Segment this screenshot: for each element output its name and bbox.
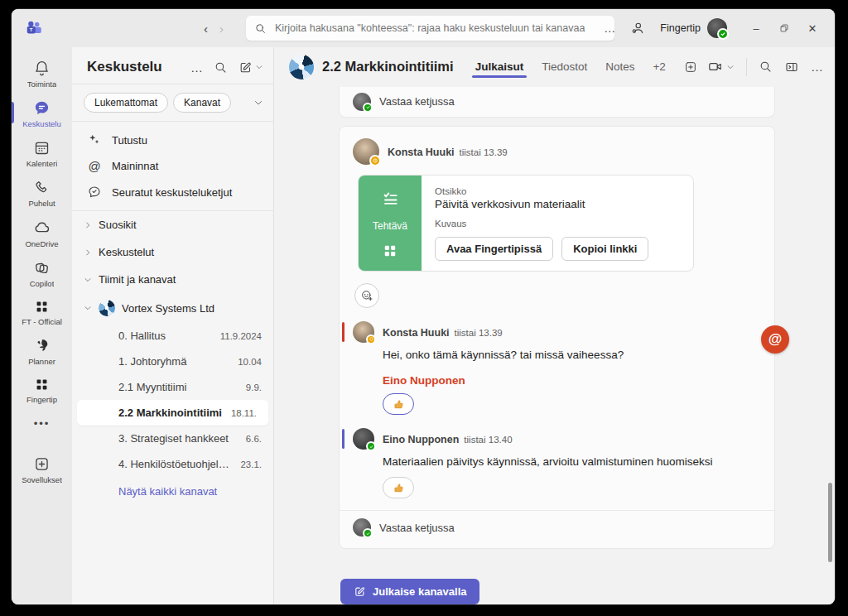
restore-button[interactable] <box>770 16 798 41</box>
tabs-overflow[interactable]: +2 <box>653 49 665 84</box>
status-available-icon <box>363 103 373 113</box>
task-card: Tehtävä Otsikko Päivitä verkkosivun mate… <box>358 175 694 272</box>
thumbs-up-icon <box>393 398 405 411</box>
filter-chip-unread[interactable]: Lukemattomat <box>84 93 168 113</box>
copy-link-button[interactable]: Kopioi linkki <box>561 237 648 261</box>
tab-tiedostot[interactable]: Tiedostot <box>542 49 587 84</box>
publish-to-channel-button[interactable]: Julkaise kanavalla <box>340 579 479 604</box>
close-button[interactable]: ✕ <box>798 16 826 41</box>
add-reaction-button[interactable] <box>354 283 379 308</box>
channel-more-button[interactable]: … <box>811 60 823 74</box>
avatar <box>353 518 371 537</box>
titlebar-more-button[interactable]: … <box>604 22 615 35</box>
titlebar: T ‹ › … Fingertip – <box>12 9 835 47</box>
message-text: Hei, onko tämä käynnissä? tai missä vaih… <box>383 347 761 363</box>
message-eino-reply: Eino Nupponentiistai 13.40 Materiaalien … <box>353 428 761 498</box>
channel-johtoryhma[interactable]: 1. Johtoryhmä 10.04 <box>72 349 273 374</box>
at-icon: @ <box>87 159 102 173</box>
message-header: Konsta Huukitiistai 13.39 <box>353 138 761 165</box>
section-favorites[interactable]: Suosikit <box>72 211 273 238</box>
thumbs-up-reaction[interactable] <box>383 393 414 415</box>
mention-eino-nupponen[interactable]: Eino Nupponen <box>383 374 761 387</box>
open-in-fingertip-button[interactable]: Avaa Fingertipissä <box>435 237 553 261</box>
status-available-icon <box>363 528 373 538</box>
meet-button[interactable] <box>707 59 735 75</box>
channel-markkinointitiimi[interactable]: 2.2 Markkinointitiimi 18.11. <box>77 400 268 426</box>
thread-card: Konsta Huukitiistai 13.39 Tehtävä Otsikk… <box>339 126 775 549</box>
section-teams[interactable]: Tiimit ja kanavat <box>72 266 273 293</box>
tab-julkaisut[interactable]: Julkaisut <box>475 49 524 84</box>
rail-item-fingertip[interactable]: Fingertip <box>12 371 72 409</box>
unread-marker <box>342 429 344 449</box>
channel-henkilostoetuohjelmat[interactable]: 4. Henkilöstöetuohjelmi... 23.1. <box>72 451 273 477</box>
thumbs-up-reaction[interactable] <box>383 477 414 498</box>
channel-hallitus[interactable]: 0. Hallitus 11.9.2024 <box>72 323 273 349</box>
rail-more-apps-button[interactable]: ••• <box>34 409 51 438</box>
avatar-eino[interactable] <box>353 428 374 450</box>
rail-item-planner[interactable]: Planner <box>12 331 72 371</box>
avatar-konsta[interactable] <box>353 321 374 343</box>
add-tab-icon[interactable] <box>684 60 697 74</box>
status-away-icon <box>369 155 381 166</box>
planner-icon <box>33 337 51 354</box>
message-konsta-question: Konsta Huukitiistai 13.39 Hei, onko tämä… <box>353 321 761 416</box>
search-icon <box>254 22 267 35</box>
teams-logo-icon: T <box>25 19 43 37</box>
new-message-button[interactable] <box>238 60 263 75</box>
add-apps-icon <box>33 455 51 473</box>
section-chats[interactable]: Keskustelut <box>72 238 273 266</box>
rail-item-copilot[interactable]: Copilot <box>12 253 72 293</box>
people-alert-icon[interactable] <box>630 21 645 36</box>
reply-in-thread-button[interactable]: Vastaa ketjussa <box>340 87 774 117</box>
open-pane-icon[interactable] <box>784 60 799 75</box>
nav-forward-button[interactable]: › <box>219 22 224 36</box>
mention-badge[interactable]: @ <box>761 325 789 354</box>
team-vortex[interactable]: Vortex Systems Ltd <box>72 293 273 323</box>
unread-mention-marker <box>342 322 344 342</box>
sidebar-item-discover[interactable]: Tutustu <box>72 127 273 153</box>
avatar-konsta[interactable] <box>353 138 379 165</box>
scrollbar[interactable] <box>828 483 832 562</box>
minimize-button[interactable]: – <box>742 16 770 41</box>
checklist-icon <box>379 189 401 210</box>
sidebar-more-button[interactable]: … <box>190 60 203 75</box>
channel-view: 2.2 Markkinointitiimi Julkaisut Tiedosto… <box>274 47 835 604</box>
nav-back-button[interactable]: ‹ <box>204 22 208 36</box>
sidebar-search-icon[interactable] <box>214 60 228 75</box>
tab-notes[interactable]: Notes <box>605 49 634 84</box>
channel-myyntitiimi[interactable]: 2.1 Myyntitiimi 9.9. <box>72 374 273 400</box>
sidebar-title: Keskustelu <box>87 59 190 75</box>
svg-text:T: T <box>30 27 33 32</box>
rail-item-activity[interactable]: Toiminta <box>12 54 72 94</box>
search-bar[interactable] <box>246 16 614 41</box>
sidebar-item-followed-threads[interactable]: Seuratut keskusteluketjut <box>72 179 273 205</box>
rail-item-onedrive[interactable]: OneDrive <box>12 213 72 253</box>
channel-search-icon[interactable] <box>759 60 773 74</box>
team-logo <box>99 300 115 316</box>
channel-title: 2.2 Markkinointitiimi <box>322 59 454 75</box>
sidebar-item-mentions[interactable]: @ Maininnat <box>72 153 273 179</box>
filter-chip-channels[interactable]: Kanavat <box>173 93 231 113</box>
channel-logo <box>289 55 314 79</box>
fingertip-grid-icon <box>382 243 398 259</box>
copilot-icon <box>33 259 51 277</box>
rail-item-apps[interactable]: Sovellukset <box>12 450 72 489</box>
chips-collapse-icon[interactable] <box>253 98 263 108</box>
task-title-label: Otsikko <box>435 186 680 196</box>
rail-item-chat[interactable]: Keskustelu <box>12 94 72 133</box>
channel-timestamp: 6.6. <box>246 434 262 444</box>
show-all-channels-link[interactable]: Näytä kaikki kanavat <box>72 477 273 506</box>
search-input[interactable] <box>273 22 606 35</box>
reply-in-thread-button[interactable]: Vastaa ketjussa <box>353 511 761 541</box>
account-widget[interactable]: Fingertip <box>660 18 727 38</box>
task-type-label: Tehtävä <box>373 220 407 232</box>
rail-item-calendar[interactable]: Kalenteri <box>12 133 72 173</box>
rail-item-ft-official[interactable]: FT - Official <box>12 293 72 331</box>
channel-strategiset-hankkeet[interactable]: 3. Strategiset hankkeet 6.6. <box>72 426 273 451</box>
chat-check-icon <box>87 185 102 200</box>
sparkle-icon <box>87 132 102 147</box>
chevron-right-icon <box>84 221 92 229</box>
task-card-accent-panel: Tehtävä <box>359 176 422 271</box>
rail-item-calls[interactable]: Puhelut <box>12 173 72 213</box>
account-avatar[interactable] <box>707 18 727 38</box>
